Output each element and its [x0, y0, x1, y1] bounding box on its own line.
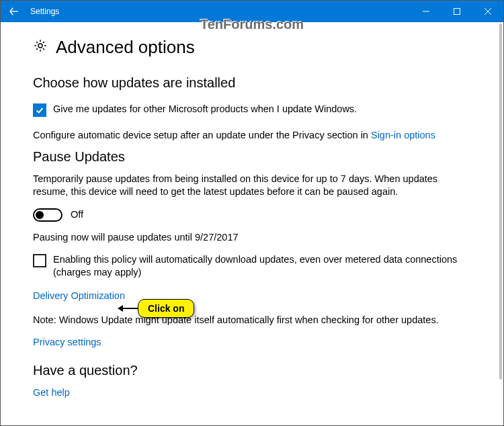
configure-text: Configure automatic device setup after a…	[33, 129, 471, 142]
close-button[interactable]	[472, 1, 503, 22]
section-heading-help: Have a question?	[33, 363, 471, 378]
checkbox-metered[interactable]	[33, 254, 46, 267]
pause-until-text: Pausing now will pause updates until 9/2…	[33, 231, 471, 245]
pause-description: Temporarily pause updates from being ins…	[33, 173, 471, 199]
privacy-settings-link[interactable]: Privacy settings	[33, 337, 101, 347]
checkbox-other-products[interactable]	[33, 103, 46, 117]
window-titlebar: Settings	[1, 1, 503, 22]
content-pane: Advanced options Choose how updates are …	[1, 22, 503, 425]
checkbox-other-products-label: Give me updates for other Microsoft prod…	[53, 103, 357, 116]
svg-rect-2	[454, 9, 460, 15]
gear-icon	[33, 37, 48, 58]
section-heading-install: Choose how updates are installed	[33, 75, 471, 91]
page-title: Advanced options	[56, 37, 195, 58]
minimize-button[interactable]	[411, 1, 442, 22]
scrollbar-thumb[interactable]	[499, 24, 502, 380]
window-title: Settings	[28, 7, 59, 16]
get-help-link[interactable]: Get help	[33, 387, 70, 398]
pause-toggle-label: Off	[71, 208, 83, 221]
maximize-button[interactable]	[442, 1, 472, 22]
delivery-optimization-link[interactable]: Delivery Optimization	[33, 290, 125, 301]
back-button[interactable]	[1, 1, 28, 22]
signin-options-link[interactable]: Sign-in options	[371, 130, 435, 140]
section-heading-pause: Pause Updates	[33, 149, 471, 165]
page-header: Advanced options	[33, 37, 471, 58]
note-text: Note: Windows Update might update itself…	[33, 314, 471, 327]
scrollbar[interactable]	[499, 24, 502, 408]
svg-point-5	[38, 44, 42, 48]
pause-toggle[interactable]	[33, 208, 62, 222]
checkbox-metered-label: Enabling this policy will automatically …	[53, 253, 471, 279]
